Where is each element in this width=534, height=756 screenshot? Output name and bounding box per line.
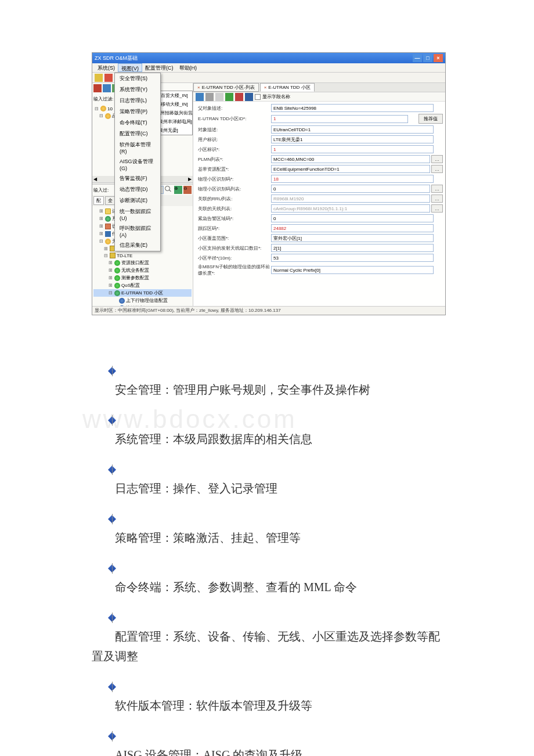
- form-label: 紧急告警区域码*:: [196, 215, 271, 222]
- tb-export-icon[interactable]: [245, 93, 253, 101]
- tb-avatar-icon[interactable]: [235, 93, 243, 101]
- form-input[interactable]: EUtranCellTDD=1: [271, 125, 434, 134]
- diamond-bullet-icon: [108, 367, 116, 375]
- view-menu-item[interactable]: 呼叫数据跟踪(A): [115, 223, 160, 240]
- tree-item[interactable]: ⊟TD-LTE: [93, 252, 192, 259]
- view-menu-item[interactable]: 配置管理(C): [115, 128, 160, 139]
- editor-tab[interactable]: ×E-UTRAN TDD 小区: [260, 83, 315, 92]
- menu-system[interactable]: 系统(S): [95, 63, 118, 72]
- form-input[interactable]: 24882: [271, 224, 434, 232]
- view-menu-item[interactable]: 统一数据跟踪(U): [115, 206, 160, 223]
- form-input[interactable]: 0: [271, 214, 434, 222]
- tree-item[interactable]: ⊟E-UTRAN TDD 小区: [93, 289, 192, 297]
- form-input[interactable]: MCC=460,MNC=00: [271, 155, 430, 163]
- browse-button[interactable]: …: [431, 185, 443, 193]
- tb-save-icon[interactable]: [196, 93, 204, 101]
- close-tab-icon[interactable]: ×: [264, 85, 267, 90]
- titlebar: ZX SDR O&M基础 — □ ×: [92, 53, 445, 63]
- form-row: PLMN列表*:MCC=460,MNC=00…: [196, 155, 443, 163]
- toolbar-forward-icon[interactable]: [104, 74, 113, 82]
- expand-icon[interactable]: ⊕: [174, 186, 182, 194]
- form-input[interactable]: 2[1]: [271, 244, 434, 252]
- form-label: 对象描述:: [196, 127, 271, 133]
- form-label: 小区半径*(10m):: [196, 255, 271, 261]
- form-label: 跟踪区码*:: [196, 225, 271, 232]
- diamond-bullet-icon: [108, 416, 116, 424]
- form-label: PLMN列表*:: [196, 156, 271, 163]
- show-field-name-checkbox[interactable]: [255, 94, 261, 100]
- scroll-left-icon[interactable]: ◀: [93, 177, 98, 182]
- form-row: 非MBSFN子帧的物理信道的循环前缀长度*:Normal Cyclic Pref…: [196, 264, 443, 276]
- form-row: 父对象描述:ENB SiteNo=425998: [196, 104, 443, 112]
- form-input[interactable]: 18: [271, 175, 434, 183]
- window-close-button[interactable]: ×: [434, 54, 443, 62]
- tree-item[interactable]: ⊞测量参数配置: [93, 274, 192, 282]
- window-maximize-button[interactable]: □: [423, 54, 432, 62]
- form-input[interactable]: 53: [271, 254, 434, 262]
- recommend-button[interactable]: 推荐值: [418, 114, 443, 124]
- browse-button[interactable]: …: [431, 204, 443, 213]
- filter2-label: 输入过:: [93, 187, 117, 193]
- window-minimize-button[interactable]: —: [413, 54, 422, 62]
- form-input[interactable]: LTE泉州无委1: [271, 135, 434, 143]
- browse-button[interactable]: …: [431, 195, 443, 203]
- form-row: 跟踪区码*:24882: [196, 224, 443, 232]
- view-menu-item[interactable]: 信息采集(E): [115, 240, 160, 251]
- menu-help[interactable]: 帮助(H): [176, 63, 200, 72]
- view-menu-item[interactable]: 动态管理(D): [115, 184, 160, 195]
- scroll-right-icon[interactable]: ▶: [187, 177, 192, 182]
- browse-button[interactable]: …: [431, 165, 443, 173]
- view-menu-item[interactable]: 软件版本管理(R): [115, 139, 160, 156]
- form-area: 父对象描述:ENB SiteNo=425998E-UTRAN TDD小区ID*:…: [193, 102, 445, 306]
- view-menu-item[interactable]: 日志管理(L): [115, 95, 160, 106]
- form-label: 小区标识*:: [196, 146, 271, 153]
- collapse-icon[interactable]: ⊖: [183, 186, 192, 194]
- tree-item[interactable]: ⊞资源接口配置: [93, 259, 192, 267]
- refresh-icon[interactable]: [103, 84, 111, 92]
- tab-config[interactable]: 配: [93, 196, 104, 205]
- view-menu-item[interactable]: 安全管理(S): [115, 73, 160, 84]
- app-window: ZX SDR O&M基础 — □ × 系统(S) 视图(V) 配置管理(C) 帮…: [92, 52, 446, 315]
- form-input[interactable]: 室外宏小区[1]: [271, 234, 434, 242]
- form-label: 关联的天线列表:: [196, 206, 271, 212]
- toolbar-back-icon[interactable]: [95, 74, 103, 82]
- menu-view[interactable]: 视图(V): [118, 63, 142, 72]
- view-menu-item[interactable]: AISG设备管理(G): [115, 156, 160, 173]
- view-menu-item[interactable]: 诊断测试(E): [115, 195, 160, 206]
- form-row: 基带资源配置*:ECellEquipmentFunctionTDD=1…: [196, 165, 443, 173]
- tree-item[interactable]: ⊞QoS配置: [93, 282, 192, 289]
- tree-item[interactable]: ⊞无线业务配置: [93, 267, 192, 274]
- view-menu-item[interactable]: 告警监视(F): [115, 173, 160, 184]
- close-filter-icon[interactable]: [93, 84, 102, 92]
- tb-refresh-icon[interactable]: [225, 93, 233, 101]
- tree-item[interactable]: 上下行物理信道配置: [93, 297, 192, 304]
- menu-config[interactable]: 配置管理(C): [142, 63, 176, 72]
- form-input[interactable]: 1: [271, 145, 434, 153]
- editor-tab[interactable]: ×E-UTRAN TDD 小区-列表: [193, 83, 259, 92]
- find-icon[interactable]: [165, 186, 173, 194]
- form-input[interactable]: R8968I.M1920: [271, 195, 430, 203]
- browse-button[interactable]: …: [431, 155, 443, 163]
- menubar: 系统(S) 视图(V) 配置管理(C) 帮助(H): [92, 63, 445, 73]
- form-input[interactable]: ECellEquipmentFunctionTDD=1: [271, 165, 430, 173]
- form-input[interactable]: cAntGroup:R8968I.M1920(51.1.1):1: [271, 204, 430, 213]
- view-menu-item[interactable]: 系统管理(Y): [115, 84, 160, 95]
- tree-item[interactable]: 接纳控制: [93, 304, 192, 306]
- statusbar: 显示时区：中国标准时间(GMT+08:00), 当前用户：zte_llowy, …: [92, 306, 445, 315]
- form-row: E-UTRAN TDD小区ID*:1推荐值: [196, 114, 443, 124]
- diamond-bullet-icon: [108, 683, 116, 691]
- tb-print-icon[interactable]: [215, 93, 223, 101]
- close-tab-icon[interactable]: ×: [197, 85, 200, 90]
- form-label: 父对象描述:: [196, 105, 271, 111]
- tb-undo-icon[interactable]: [205, 93, 214, 101]
- diamond-bullet-icon: [108, 564, 116, 573]
- form-input[interactable]: 1: [271, 115, 408, 123]
- bullet-row: [108, 610, 446, 622]
- view-menu-item[interactable]: 命令终端(T): [115, 117, 160, 128]
- form-input[interactable]: ENB SiteNo=425998: [271, 104, 434, 112]
- doc-paragraph: 系统管理：本级局跟数据库的相关信息: [92, 429, 446, 449]
- bullet-row: [108, 560, 446, 573]
- form-input[interactable]: 0: [271, 185, 430, 193]
- form-input[interactable]: Normal Cyclic Prefix[0]: [271, 266, 434, 274]
- view-menu-item[interactable]: 策略管理(P): [115, 106, 160, 117]
